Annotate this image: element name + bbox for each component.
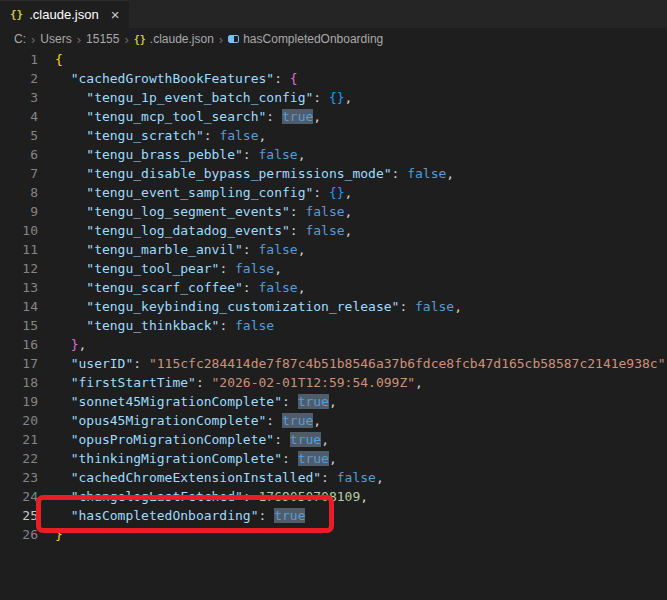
line-number[interactable]: 18 [0,373,38,392]
code-line[interactable]: 22 "thinkingMigrationComplete": true, [0,449,667,468]
breadcrumb-item-c[interactable]: C: [14,32,26,46]
code-text: "firstStartTime": "2026-02-01T12:59:54.0… [55,373,423,392]
line-number[interactable]: 11 [0,240,38,259]
code-text: }, [55,335,86,354]
code-text: "tengu_1p_event_batch_config": {}, [55,88,352,107]
line-number[interactable]: 7 [0,164,38,183]
code-text: "tengu_log_segment_events": false, [55,202,352,221]
line-number[interactable]: 1 [0,50,38,69]
code-line[interactable]: 26} [0,525,667,544]
code-text: "tengu_scarf_coffee": false, [55,278,305,297]
line-number[interactable]: 2 [0,69,38,88]
line-number[interactable]: 5 [0,126,38,145]
breadcrumb-item-claude-json[interactable]: {}.claude.json [134,32,214,46]
editor[interactable]: 1{2 "cachedGrowthBookFeatures": {3 "teng… [0,50,667,600]
code-text: "tengu_event_sampling_config": {}, [55,183,352,202]
code-line[interactable]: 15 "tengu_thinkback": false [0,316,667,335]
code-line[interactable]: 7 "tengu_disable_bypass_permissions_mode… [0,164,667,183]
code-text: } [55,525,63,544]
line-number[interactable]: 9 [0,202,38,221]
code-text: "sonnet45MigrationComplete": true, [55,392,337,411]
json-file-icon: {} [10,8,23,21]
breadcrumb-label: .claude.json [150,32,214,46]
code-line[interactable]: 13 "tengu_scarf_coffee": false, [0,278,667,297]
line-number[interactable]: 24 [0,487,38,506]
tab-label: .claude.json [29,7,98,22]
code-text: "tengu_tool_pear": false, [55,259,282,278]
breadcrumb-label: 15155 [86,32,119,46]
code-line[interactable]: 12 "tengu_tool_pear": false, [0,259,667,278]
breadcrumb-item-users[interactable]: Users [40,32,71,46]
code-line[interactable]: 24 "changelogLastFetched": 1769050708109… [0,487,667,506]
code-line[interactable]: 8 "tengu_event_sampling_config": {}, [0,183,667,202]
code-line[interactable]: 14 "tengu_keybinding_customization_relea… [0,297,667,316]
code-line[interactable]: 19 "sonnet45MigrationComplete": true, [0,392,667,411]
line-number[interactable]: 14 [0,297,38,316]
code-line[interactable]: 18 "firstStartTime": "2026-02-01T12:59:5… [0,373,667,392]
line-number[interactable]: 21 [0,430,38,449]
code-line[interactable]: 11 "tengu_marble_anvil": false, [0,240,667,259]
breadcrumb-separator: › [77,32,81,47]
code-line[interactable]: 6 "tengu_brass_pebble": false, [0,145,667,164]
line-number[interactable]: 26 [0,525,38,544]
tab-close-icon[interactable]: × [111,7,120,22]
symbol-boolean-icon [228,35,239,43]
tab-bar: {} .claude.json × [0,0,667,28]
code-text: "tengu_thinkback": false [55,316,274,335]
line-number[interactable]: 10 [0,221,38,240]
code-line[interactable]: 3 "tengu_1p_event_batch_config": {}, [0,88,667,107]
code-text: "tengu_marble_anvil": false, [55,240,305,259]
line-number[interactable]: 6 [0,145,38,164]
code-line[interactable]: 17 "userID": "115cfc284414de7f87c4b51b85… [0,354,667,373]
code-line[interactable]: 2 "cachedGrowthBookFeatures": { [0,69,667,88]
line-number[interactable]: 22 [0,449,38,468]
code-line[interactable]: 21 "opusProMigrationComplete": true, [0,430,667,449]
code-line[interactable]: 10 "tengu_log_datadog_events": false, [0,221,667,240]
code-text: "tengu_scratch": false, [55,126,266,145]
code-text: { [55,50,63,69]
line-number[interactable]: 20 [0,411,38,430]
line-number[interactable]: 4 [0,107,38,126]
code-line[interactable]: 9 "tengu_log_segment_events": false, [0,202,667,221]
breadcrumb-separator: › [124,32,128,47]
code-text: "tengu_disable_bypass_permissions_mode":… [55,164,454,183]
code-text: "tengu_log_datadog_events": false, [55,221,352,240]
breadcrumb-separator: › [31,32,35,47]
breadcrumb-separator: › [219,32,223,47]
code-text: "opus45MigrationComplete": true, [55,411,321,430]
code-line[interactable]: 25 "hasCompletedOnboarding": true [0,506,667,525]
code-text: "cachedChromeExtensionInstalled": false, [55,468,384,487]
breadcrumb-label: C: [14,32,26,46]
code-text: "hasCompletedOnboarding": true [55,506,305,525]
code-line[interactable]: 16 }, [0,335,667,354]
code-line[interactable]: 5 "tengu_scratch": false, [0,126,667,145]
vscode-window: {} .claude.json × C:›Users›15155›{}.clau… [0,0,667,600]
breadcrumb-item-hascompletedonboarding[interactable]: hasCompletedOnboarding [228,32,383,46]
breadcrumb-label: Users [40,32,71,46]
breadcrumb-item-15155[interactable]: 15155 [86,32,119,46]
code-text: "userID": "115cfc284414de7f87c4b51b8546a… [55,354,667,373]
line-number[interactable]: 15 [0,316,38,335]
json-file-icon: {} [134,34,146,45]
line-number[interactable]: 25 [0,506,38,525]
breadcrumb: C:›Users›15155›{}.claude.json›hasComplet… [0,28,667,50]
code-text: "tengu_brass_pebble": false, [55,145,305,164]
code-text: "changelogLastFetched": 1769050708109, [55,487,368,506]
line-number[interactable]: 23 [0,468,38,487]
line-number[interactable]: 17 [0,354,38,373]
line-number[interactable]: 3 [0,88,38,107]
code-line[interactable]: 1{ [0,50,667,69]
line-number[interactable]: 13 [0,278,38,297]
code-text: "cachedGrowthBookFeatures": { [55,69,298,88]
code-text: "opusProMigrationComplete": true, [55,430,329,449]
tab-claude-json[interactable]: {} .claude.json × [0,0,129,28]
code-text: "tengu_mcp_tool_search": true, [55,107,321,126]
code-line[interactable]: 23 "cachedChromeExtensionInstalled": fal… [0,468,667,487]
code-line[interactable]: 20 "opus45MigrationComplete": true, [0,411,667,430]
line-number[interactable]: 8 [0,183,38,202]
code-line[interactable]: 4 "tengu_mcp_tool_search": true, [0,107,667,126]
line-number[interactable]: 19 [0,392,38,411]
line-number[interactable]: 12 [0,259,38,278]
line-number[interactable]: 16 [0,335,38,354]
breadcrumb-label: hasCompletedOnboarding [243,32,383,46]
